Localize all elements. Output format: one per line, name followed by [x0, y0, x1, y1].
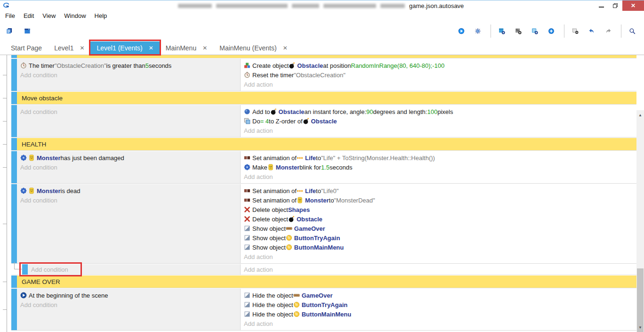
action-line[interactable]: Hide the object ButtonTryAgain [244, 300, 636, 309]
scroll-up-button[interactable]: ▲ [636, 111, 644, 119]
event-selection-bar[interactable] [11, 275, 17, 288]
event-selection-bar[interactable] [11, 151, 17, 183]
tab-mainmenu[interactable]: MainMenu✕ [160, 41, 213, 55]
scroll-down-button[interactable]: ▼ [636, 324, 644, 331]
vertical-scrollbar[interactable]: ▲ ▼ [636, 110, 644, 332]
action-line[interactable]: Hide the object ButtonMainMenu [244, 309, 636, 319]
action-line[interactable]: Show object ButtonMainMenu [244, 243, 636, 252]
conditions-cell[interactable]: Monster has just been damagedAdd conditi… [17, 151, 241, 183]
conditions-cell[interactable]: Add condition [17, 105, 241, 137]
actions-cell[interactable]: Hide the object GameOverHide the object … [241, 289, 636, 330]
action-line[interactable]: Set animation of Life to "Life" + ToStri… [244, 153, 636, 162]
action-line[interactable]: Make Monster blink for 1.5 seconds [244, 162, 636, 172]
add-circle-button[interactable] [545, 24, 559, 38]
actions-cell[interactable]: Set animation of Life to "Life0"Set anim… [241, 184, 636, 263]
add-condition-link[interactable]: Add condition [20, 195, 240, 205]
start-page-button[interactable] [21, 24, 35, 38]
action-line[interactable]: Create object Obstacle at position Rando… [244, 61, 636, 70]
project-manager-button[interactable] [3, 24, 17, 38]
action-line[interactable]: Do = 4 to Z-order of Obstacle [244, 116, 636, 126]
event-selection-bar[interactable] [11, 289, 17, 330]
debug-button[interactable] [472, 24, 486, 38]
fold-tick[interactable] [3, 167, 7, 168]
tab-start-page[interactable]: Start Page [5, 41, 48, 55]
condition-line[interactable]: At the beginning of the scene [20, 291, 240, 300]
add-condition-link[interactable]: Add condition [20, 70, 240, 80]
comment-row-partial[interactable] [11, 55, 636, 58]
menu-item-file[interactable]: File [1, 12, 19, 20]
play-button[interactable] [455, 24, 469, 38]
event-selection-bar[interactable] [11, 55, 17, 58]
search-button[interactable] [626, 24, 640, 38]
add-action-link[interactable]: Add action [244, 252, 636, 261]
restore-button[interactable] [608, 0, 622, 11]
add-action-link[interactable]: Add action [244, 172, 636, 181]
add-action-link[interactable]: Add action [244, 80, 636, 89]
event-selection-bar[interactable] [11, 105, 17, 137]
menu-item-window[interactable]: Window [60, 12, 90, 20]
condition-line[interactable]: The timer "ObstacleCreation" is greater … [20, 61, 240, 70]
tab-close-icon[interactable]: ✕ [80, 45, 84, 51]
event-selection-bar[interactable] [22, 264, 28, 275]
event-row[interactable]: The timer "ObstacleCreation" is greater … [11, 59, 636, 91]
add-action-link[interactable]: Add action [244, 265, 636, 274]
minimize-button[interactable] [594, 0, 608, 11]
fold-tick[interactable] [3, 144, 7, 145]
fold-tick[interactable] [3, 98, 7, 98]
fold-tick[interactable] [3, 282, 7, 282]
event-selection-bar[interactable] [11, 59, 17, 91]
action-line[interactable]: Delete object Obstacle [244, 214, 636, 224]
event-selection-bar[interactable] [11, 138, 17, 150]
fold-tick[interactable] [3, 224, 7, 224]
tab-close-icon[interactable]: ✕ [149, 45, 153, 51]
add-condition-link[interactable]: Add condition [20, 162, 240, 172]
comment-row[interactable]: HEALTH [11, 138, 636, 150]
tab-close-icon[interactable]: ✕ [202, 45, 207, 51]
scrollbar-thumb[interactable] [637, 268, 644, 332]
delete-event-button[interactable] [569, 24, 583, 38]
add-condition-link[interactable]: Add condition [31, 265, 240, 274]
close-button[interactable]: ✕ [622, 0, 644, 11]
add-action-link[interactable]: Add action [244, 126, 636, 135]
event-selection-bar[interactable] [11, 92, 17, 104]
event-selection-bar[interactable] [11, 184, 17, 263]
action-line[interactable]: Delete object Shapes [244, 205, 636, 214]
add-condition-link[interactable]: Add condition [20, 300, 240, 309]
menu-item-help[interactable]: Help [90, 12, 112, 20]
event-row[interactable]: Monster has just been damagedAdd conditi… [11, 151, 636, 183]
action-line[interactable]: Hide the object GameOver [244, 291, 636, 300]
tab-close-icon[interactable]: ✕ [283, 45, 288, 51]
actions-cell[interactable]: Create object Obstacle at position Rando… [241, 59, 636, 91]
redo-button[interactable] [602, 24, 616, 38]
undo-button[interactable] [586, 24, 600, 38]
action-line[interactable]: Show object ButtonTryAgain [244, 233, 636, 243]
add-subevent-button[interactable] [512, 24, 526, 38]
subevent-row[interactable]: Add conditionAdd action [11, 264, 636, 275]
fold-tick[interactable] [3, 75, 7, 75]
action-line[interactable]: Set animation of Monster to "MonsterDead… [244, 195, 636, 205]
menu-item-edit[interactable]: Edit [19, 12, 38, 20]
add-condition-link[interactable]: Add condition [20, 107, 240, 116]
tab-level1-events[interactable]: Level1 (Events)✕ [90, 41, 159, 55]
condition-line[interactable]: Monster is dead [20, 186, 240, 195]
actions-cell[interactable]: Set animation of Life to "Life" + ToStri… [241, 151, 636, 183]
tab-level1[interactable]: Level1✕ [48, 41, 90, 55]
comment-row[interactable]: Move obstacle [11, 92, 636, 104]
action-line[interactable]: Add to Obstacle an instant force, angle:… [244, 107, 636, 116]
event-row[interactable]: Add conditionAdd to Obstacle an instant … [11, 105, 636, 137]
conditions-cell[interactable]: At the beginning of the sceneAdd conditi… [17, 289, 241, 330]
fold-tick[interactable] [3, 309, 7, 310]
add-comment-button[interactable] [529, 24, 543, 38]
condition-line[interactable]: Monster has just been damaged [20, 153, 240, 162]
conditions-cell[interactable]: Monster is deadAdd condition [17, 184, 241, 263]
actions-cell[interactable]: Add to Obstacle an instant force, angle:… [241, 105, 636, 137]
add-event-button[interactable] [496, 24, 510, 38]
conditions-cell[interactable]: The timer "ObstacleCreation" is greater … [17, 59, 241, 91]
fold-tick[interactable] [3, 121, 7, 121]
conditions-cell[interactable]: Add condition [28, 264, 241, 275]
action-line[interactable]: Set animation of Life to "Life0" [244, 186, 636, 195]
tab-mainmenu-events[interactable]: MainMenu (Events)✕ [213, 41, 293, 55]
add-action-link[interactable]: Add action [244, 319, 636, 328]
event-row[interactable]: Monster is deadAdd conditionSet animatio… [11, 184, 636, 263]
action-line[interactable]: Reset the timer "ObstacleCreation" [244, 70, 636, 80]
